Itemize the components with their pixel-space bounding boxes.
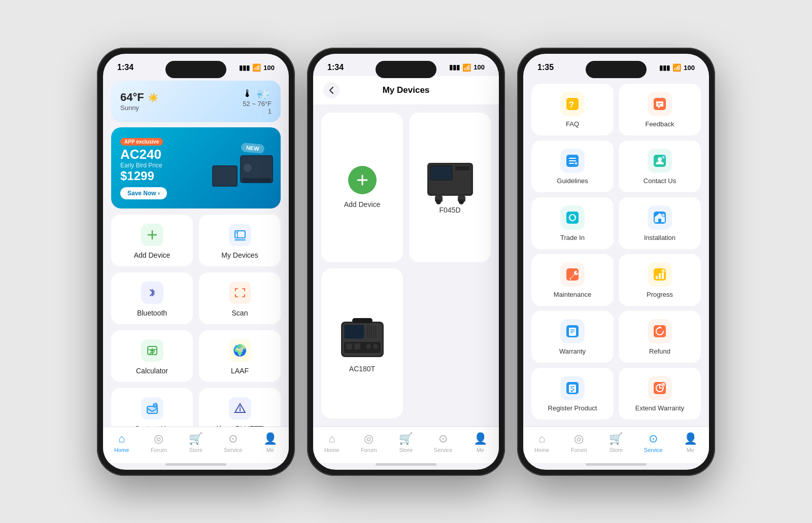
dynamic-island-1 bbox=[165, 61, 226, 78]
warranty-label: Warranty bbox=[559, 347, 586, 355]
signal-icon-1: ▮▮▮ bbox=[239, 64, 250, 72]
add-device-card-label: Add Device bbox=[344, 200, 381, 208]
forum-nav-icon-2: ◎ bbox=[364, 432, 374, 445]
store-nav-icon-1: 🛒 bbox=[189, 432, 202, 445]
nav-store-2[interactable]: 🛒 Store bbox=[391, 432, 421, 453]
me-nav-label-2: Me bbox=[477, 447, 484, 453]
service-item-extend-warranty[interactable]: Extend Warranty bbox=[619, 368, 701, 420]
maintenance-label: Maintenance bbox=[554, 291, 591, 298]
nav-forum-2[interactable]: ◎ Forum bbox=[354, 432, 384, 453]
sun-icon: ☀️ bbox=[148, 93, 158, 102]
service-item-guidelines[interactable]: Guidelines bbox=[531, 141, 614, 192]
nav-forum-1[interactable]: ◎ Forum bbox=[144, 432, 174, 453]
home-indicator-2 bbox=[376, 463, 436, 466]
service-item-progress[interactable]: Progress bbox=[619, 254, 701, 306]
trade-in-label: Trade In bbox=[560, 234, 585, 241]
signal-icon-3: ▮▮▮ bbox=[659, 64, 670, 72]
promo-badge: APP exclusive bbox=[120, 138, 163, 146]
home-nav-icon-3: ⌂ bbox=[538, 432, 545, 445]
svg-point-47 bbox=[366, 344, 371, 349]
my-devices-title: My Devices bbox=[383, 85, 430, 95]
bluetooth-icon bbox=[141, 282, 163, 304]
me-nav-label-3: Me bbox=[687, 447, 694, 453]
phone-1-grid-menu: Add Device My Devices bbox=[111, 215, 281, 427]
ac180t-label: AC180T bbox=[349, 365, 375, 373]
device-card-ac180t[interactable]: AC180T bbox=[321, 268, 403, 419]
service-item-installation[interactable]: Installation bbox=[619, 197, 701, 249]
nav-me-2[interactable]: 👤 Me bbox=[465, 432, 495, 453]
home-nav-label-3: Home bbox=[534, 447, 549, 453]
phone-2-header: My Devices bbox=[313, 76, 499, 104]
nav-service-1[interactable]: ⊙ Service bbox=[218, 432, 248, 453]
nav-home-1[interactable]: ⌂ Home bbox=[107, 432, 137, 453]
bluetooth-label: Bluetooth bbox=[137, 309, 167, 317]
menu-item-contact-us[interactable]: ! Contact Us bbox=[111, 388, 193, 427]
svg-point-48 bbox=[373, 344, 378, 349]
nav-home-2[interactable]: ⌂ Home bbox=[317, 432, 347, 453]
service-nav-label-2: Service bbox=[434, 447, 453, 453]
my-devices-icon bbox=[229, 224, 251, 246]
device-card-f045d[interactable]: F045D bbox=[409, 113, 491, 263]
trade-in-icon bbox=[560, 205, 585, 230]
service-item-refund[interactable]: Refund bbox=[619, 311, 701, 363]
temp-range: 52 ~ 76°F bbox=[243, 100, 272, 108]
nav-service-2[interactable]: ⊙ Service bbox=[428, 432, 458, 453]
add-device-plus-icon bbox=[348, 166, 377, 194]
forum-nav-icon-3: ◎ bbox=[574, 432, 584, 445]
service-nav-icon-2: ⊙ bbox=[438, 432, 448, 445]
promo-subtitle: Early Bird Price bbox=[120, 162, 272, 169]
add-device-label: Add Device bbox=[134, 251, 171, 259]
service-item-contact-us[interactable]: Contact Us bbox=[619, 141, 701, 192]
scan-icon bbox=[229, 282, 251, 304]
me-nav-icon-1: 👤 bbox=[263, 432, 277, 445]
service-item-register-product[interactable]: Register Product bbox=[531, 368, 614, 420]
menu-item-scan[interactable]: Scan bbox=[199, 272, 281, 324]
nav-me-1[interactable]: 👤 Me bbox=[255, 432, 285, 453]
refund-icon bbox=[648, 319, 672, 343]
menu-item-my-devices[interactable]: My Devices bbox=[199, 215, 281, 266]
svg-point-34 bbox=[459, 199, 464, 204]
register-product-label: Register Product bbox=[548, 404, 597, 412]
menu-item-bluetooth[interactable]: Bluetooth bbox=[111, 272, 193, 324]
home-indicator-1 bbox=[165, 463, 226, 466]
forum-nav-icon-1: ◎ bbox=[154, 432, 163, 445]
nav-store-1[interactable]: 🛒 Store bbox=[181, 432, 211, 453]
wifi-icon-3: 📶 bbox=[672, 63, 681, 72]
menu-item-calculator[interactable]: Calculator bbox=[111, 330, 193, 382]
service-item-faq[interactable]: ? FAQ bbox=[531, 84, 614, 135]
add-device-card[interactable]: Add Device bbox=[321, 113, 403, 263]
svg-rect-77 bbox=[659, 273, 661, 279]
service-item-warranty[interactable]: Warranty bbox=[531, 311, 614, 363]
nav-me-3[interactable]: 👤 Me bbox=[675, 432, 705, 453]
wifi-icon-2: 📶 bbox=[462, 63, 471, 72]
nav-home-3[interactable]: ⌂ Home bbox=[527, 432, 557, 453]
promo-save-button[interactable]: Save Now › bbox=[120, 187, 167, 199]
f045d-image bbox=[422, 160, 478, 206]
svg-point-64 bbox=[658, 157, 662, 161]
service-item-feedback[interactable]: Feedback bbox=[619, 84, 701, 135]
svg-rect-8 bbox=[235, 231, 245, 238]
about-bluetti-icon bbox=[229, 397, 251, 420]
svg-rect-57 bbox=[569, 158, 576, 159]
time-3: 1:35 bbox=[537, 63, 554, 72]
contact-us-label: Contact Us bbox=[644, 177, 676, 185]
home-nav-icon-1: ⌂ bbox=[118, 432, 125, 445]
service-item-maintenance[interactable]: Maintenance bbox=[531, 254, 614, 306]
menu-item-laaf[interactable]: 🌍 LAAF bbox=[199, 330, 281, 382]
weather-icons: 🌡 💨 bbox=[243, 88, 272, 100]
nav-store-3[interactable]: 🛒 Store bbox=[601, 432, 631, 453]
promo-new-label: NEW bbox=[241, 143, 265, 154]
nav-forum-3[interactable]: ◎ Forum bbox=[564, 432, 594, 453]
service-item-trade-in[interactable]: Trade In bbox=[531, 197, 614, 249]
menu-item-about-bluetti[interactable]: About BLUETTI bbox=[199, 388, 281, 427]
battery-label-2: 100 bbox=[473, 63, 485, 71]
menu-item-add-device[interactable]: Add Device bbox=[111, 215, 193, 266]
back-button[interactable] bbox=[323, 82, 340, 98]
service-grid: ? FAQ Feedback bbox=[523, 77, 709, 427]
status-icons-2: ▮▮▮ 📶 100 bbox=[449, 63, 485, 72]
svg-rect-49 bbox=[352, 318, 373, 323]
calculator-label: Calculator bbox=[136, 367, 168, 375]
weather-index: 1 bbox=[243, 108, 272, 115]
temperature: 64°F bbox=[120, 91, 144, 104]
nav-service-3[interactable]: ⊙ Service bbox=[638, 432, 668, 453]
